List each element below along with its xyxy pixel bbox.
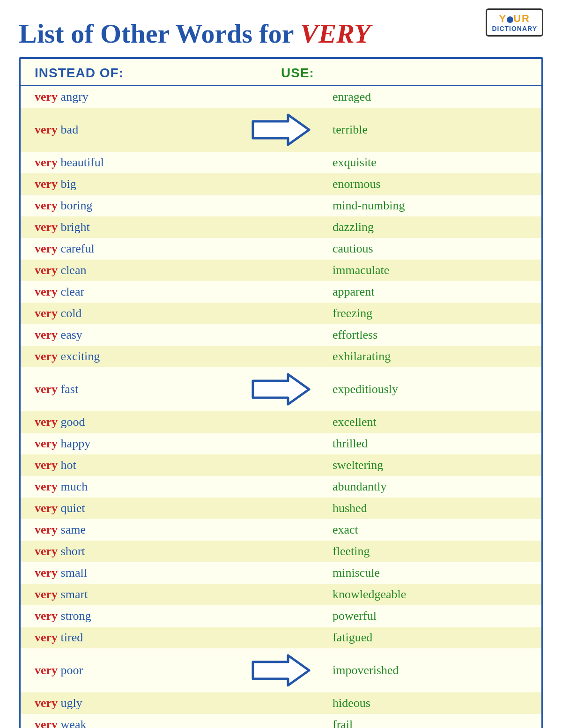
word-label: happy <box>61 437 91 450</box>
very-label: very <box>35 177 58 191</box>
table-row: very smartknowledgeable <box>21 584 541 605</box>
left-phrase: very small <box>35 566 239 580</box>
left-phrase: very good <box>35 415 239 429</box>
word-label: bad <box>61 123 79 136</box>
word-label: tired <box>61 631 83 644</box>
word-label: smart <box>61 587 88 601</box>
word-label: same <box>61 523 86 536</box>
word-label: careful <box>61 242 95 255</box>
table-row: very smallminiscule <box>21 562 541 584</box>
very-label: very <box>35 718 58 728</box>
left-phrase: very short <box>35 544 239 558</box>
left-phrase: very strong <box>35 609 239 623</box>
very-label: very <box>35 306 58 320</box>
word-label: hot <box>61 458 76 472</box>
table-row: very boringmind-numbing <box>21 195 541 216</box>
right-word: exquisite <box>323 156 527 170</box>
very-label: very <box>35 587 58 601</box>
right-word: fatigued <box>323 631 527 645</box>
very-label: very <box>35 523 58 536</box>
very-label: very <box>35 242 58 255</box>
very-label: very <box>35 696 58 710</box>
right-word: enraged <box>323 90 527 104</box>
table-row: very happythrilled <box>21 433 541 454</box>
left-phrase: very poor <box>35 663 239 677</box>
table-row: very excitingexhilarating <box>21 346 541 367</box>
right-word: exhilarating <box>323 349 527 364</box>
right-word: exact <box>323 523 527 537</box>
svg-marker-0 <box>253 115 309 145</box>
right-word: mind-numbing <box>323 199 527 213</box>
logo-dict: DICTIONARY <box>492 25 537 32</box>
very-label: very <box>35 349 58 363</box>
very-label: very <box>35 663 58 677</box>
arrow-icon <box>251 111 311 149</box>
logo-area: YUR DICTIONARY <box>486 8 543 37</box>
very-label: very <box>35 501 58 515</box>
left-phrase: very clear <box>35 285 239 299</box>
left-phrase: very boring <box>35 199 239 213</box>
left-phrase: very beautiful <box>35 156 239 170</box>
table-row: very poor impoverished <box>21 648 541 692</box>
very-label: very <box>35 220 58 234</box>
right-word: impoverished <box>323 663 527 677</box>
word-label: cold <box>61 306 82 320</box>
right-word: effortless <box>323 328 527 342</box>
table-row: very easyeffortless <box>21 324 541 346</box>
word-label: weak <box>61 718 87 728</box>
word-label: strong <box>61 609 91 623</box>
very-label: very <box>35 382 58 396</box>
very-label: very <box>35 544 58 558</box>
right-word: hideous <box>323 696 527 710</box>
left-phrase: very bright <box>35 220 239 234</box>
left-phrase: very big <box>35 177 239 191</box>
table-row: very goodexcellent <box>21 411 541 433</box>
page-title: List of Other Words for VERY <box>19 19 543 49</box>
table-row: very beautifulexquisite <box>21 152 541 173</box>
left-phrase: very tired <box>35 631 239 645</box>
arrow-icon <box>251 371 311 408</box>
word-label: easy <box>61 328 82 342</box>
table-row: very angryenraged <box>21 86 541 108</box>
word-label: boring <box>61 199 93 212</box>
word-table: INSTEAD OF: USE: very angryenragedvery b… <box>19 57 543 728</box>
logo-your: YUR <box>499 13 530 25</box>
left-phrase: very exciting <box>35 349 239 364</box>
col-use-label: USE: <box>281 66 527 81</box>
left-phrase: very weak <box>35 718 239 728</box>
logo-box: YUR DICTIONARY <box>486 8 543 37</box>
word-label: poor <box>61 663 83 677</box>
left-phrase: very much <box>35 480 239 494</box>
very-label: very <box>35 156 58 169</box>
arrow-icon <box>251 652 311 689</box>
table-row: very tiredfatigued <box>21 627 541 648</box>
right-word: terrible <box>323 123 527 137</box>
right-word: fleeting <box>323 544 527 558</box>
table-row: very strongpowerful <box>21 605 541 627</box>
very-label: very <box>35 123 58 136</box>
table-row: very weakfrail <box>21 714 541 728</box>
right-word: abundantly <box>323 480 527 494</box>
svg-marker-1 <box>253 374 309 404</box>
right-word: thrilled <box>323 437 527 451</box>
very-label: very <box>35 90 58 104</box>
table-row: very carefulcautious <box>21 238 541 260</box>
word-label: much <box>61 480 88 493</box>
right-word: sweltering <box>323 458 527 472</box>
very-label: very <box>35 199 58 212</box>
word-label: clear <box>61 285 85 298</box>
right-word: enormous <box>323 177 527 191</box>
left-phrase: very ugly <box>35 696 239 710</box>
table-row: very clearapparent <box>21 281 541 303</box>
word-label: quiet <box>61 501 85 515</box>
word-label: exciting <box>61 349 100 363</box>
left-phrase: very hot <box>35 458 239 472</box>
arrow-cell <box>239 371 323 408</box>
left-phrase: very quiet <box>35 501 239 515</box>
table-row: very cleanimmaculate <box>21 260 541 281</box>
right-word: hushed <box>323 501 527 515</box>
very-label: very <box>35 415 58 429</box>
very-label: very <box>35 566 58 579</box>
word-label: big <box>61 177 76 191</box>
very-label: very <box>35 263 58 277</box>
